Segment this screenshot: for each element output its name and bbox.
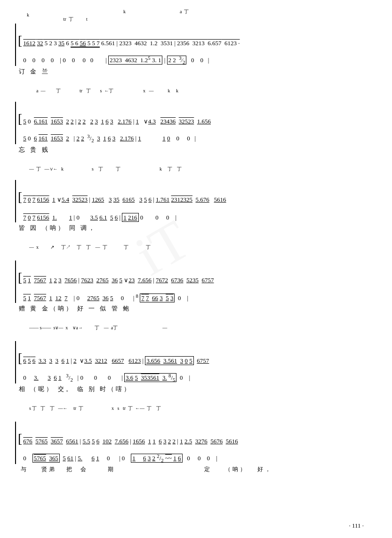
- bottom-row-4: [ 5 1 7567 1 12 7 | 0 2765 36 5 0 | 8 7 …: [15, 285, 377, 303]
- ornament-5a: —— s—— s∨— x ∨a→ 丁 — a丁 —: [29, 325, 167, 331]
- ornament-4a: — x ↗ 丁↗ 丁 丁 — 丁 丁 丁: [29, 244, 151, 251]
- lyrics-3: 皆 因 （呐） 同 调，: [15, 224, 377, 232]
- section-1: k a 丁 k: [15, 8, 377, 76]
- lyrics-5: 相 （呢） 交。 临 别 时（嗐）: [15, 385, 377, 393]
- notes-bottom-4: 5 1 7567 1 12 7 | 0 2765 36 5 0 | 8 7 7 …: [23, 293, 188, 302]
- notes-bottom-3: 7 0 7 6156 1. 1 | 0 3.5 6.1 5 6 | 1 216 …: [23, 214, 176, 221]
- notes-top-5: 6 5 6 3.3 3 3 6 1 | 2 ∨3.5 3212 6657 612…: [23, 357, 209, 365]
- bracket-open-3: [: [18, 190, 22, 204]
- section-4: — x ↗ 丁↗ 丁 丁 — 丁 丁 丁 [ 5 1 7567 1 2 3 76…: [15, 244, 377, 313]
- section-5: —— s—— s∨— x ∨a→ 丁 — a丁 — [ 6 5 6 3.3 3 …: [15, 325, 377, 393]
- section-3: — 丁 —∨← k s 丁 丁 k 丁 丁 [ 7 0 7 6156 1 ∨5.…: [15, 166, 377, 232]
- notes-top-3: 7 0 7 6156 1 ∨5.4 32523 | 1265 3 35 6165…: [23, 196, 226, 204]
- bottom-row-6: [ 0 5765 365 5 61 | 5. 6 1 0 | 0 1 6 3 2…: [15, 446, 377, 464]
- bracket-open-2: [: [18, 112, 22, 125]
- bracket-open-5: [: [18, 351, 22, 365]
- section-6: s 丁 丁 丁 —← tr 丁 x s tr 丁 ←— 丁 丁 [ 676 57…: [15, 405, 377, 473]
- ornament-row-1c: tr 丁 t: [15, 16, 377, 23]
- music-score-page: iT k a 丁: [0, 0, 392, 538]
- bracket-open-4: [: [18, 271, 22, 284]
- notes-top-6: 676 5765 3657 6561 | 5.5 5 6 102 7.656 |…: [23, 438, 238, 445]
- lyrics-4: 赠 黄 金（呐） 好 一 似 管 鲍: [15, 304, 377, 313]
- lyrics-1: 订 金 兰: [15, 67, 377, 76]
- ornament-2a: a — 丁 tr 丁 s ←丁 x — k k: [29, 88, 178, 94]
- section-2: a — 丁 tr 丁 s ←丁 x — k k [ 5 0 6.161 1653…: [15, 88, 377, 154]
- notes-bottom-5: 0 3. 3 6 1 3/2 | 0 0 0 | 3.6 5 353561 3.…: [23, 373, 190, 383]
- notes-top-2: 5 0 6.161 1653 2 2 | 2 2 2 3 1 6 3 2.176…: [23, 118, 211, 125]
- top-row-2: [ 5 0 6.161 1653 2 2 | 2 2 2 3 1 6 3 2.1…: [15, 102, 377, 126]
- notes-bottom-1: 0 0 0 0 | 0 0 0 0 | 2323 4632 1.25 3. 1 …: [23, 55, 209, 65]
- music-content: k a 丁 k: [9, 5, 383, 473]
- top-row-5: [ 6 5 6 3.3 3 3 6 1 | 2 ∨3.5 3212 6657 6…: [15, 341, 377, 366]
- notes-bottom-2: 5 0 6 161 1653 2 | 2 2 3/2 3 1 6 3 2.176…: [23, 133, 196, 143]
- bracket-open-6: [: [18, 432, 22, 445]
- ornament-6a: s 丁 丁 丁 —← tr 丁 x s tr 丁 ←— 丁 丁: [29, 405, 161, 412]
- notes-bottom-6: 0 5765 365 5 61 | 5. 6 1 0 | 0 1 6 3 2 2…: [23, 453, 217, 463]
- bottom-row-3: [ 7 0 7 6156 1. 1 | 0 3.5 6.1 5 6 | 1 21…: [15, 204, 377, 222]
- lyrics-6-top: 与 贤弟 把 会 期 定 （呐） 好，: [15, 465, 377, 473]
- top-row-3: [ 7 0 7 6156 1 ∨5.4 32523 | 1265 3 35 61…: [15, 180, 377, 204]
- bracket-open-1: [: [18, 34, 22, 47]
- ornament-3a: — 丁 —∨← k s 丁 丁 k 丁 丁: [29, 166, 182, 172]
- top-row-1: [ 1612 32 5 2 3 35 6 5 6 56 5 5 7 6.561 …: [15, 24, 377, 48]
- bottom-row-5: [ 0 3. 3 6 1 3/2 | 0 0 0 | 3.6 5 353561 …: [15, 366, 377, 383]
- lyrics-2: 忘 贵 贱: [15, 146, 377, 154]
- bottom-row-1: [ 0 0 0 0 | 0 0 0 0 | 2323 4632 1.25 3. …: [15, 48, 377, 66]
- bottom-row-2: [ 5 0 6 161 1653 2 | 2 2 3/2 3 1 6 3 2.1…: [15, 126, 377, 144]
- top-row-6: [ 676 5765 3657 6561 | 5.5 5 6 102 7.656…: [15, 422, 377, 446]
- notes-top-1: 1612 32 5 2 3 35 6 5 6 56 5 5 7 6.561 | …: [23, 40, 240, 47]
- top-row-4: [ 5 1 7567 1 2 3 7656 | 7623 2765 36 5 ∨…: [15, 261, 377, 285]
- page-number: · 111 ·: [349, 522, 364, 530]
- notes-top-4: 5 1 7567 1 2 3 7656 | 7623 2765 36 5 ∨23…: [23, 277, 214, 284]
